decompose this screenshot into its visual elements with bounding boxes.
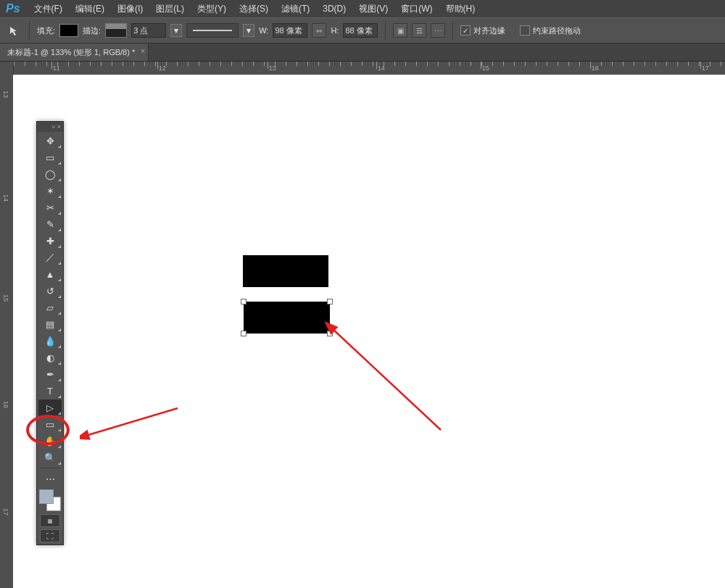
marquee-tool[interactable]: ▭ <box>38 149 62 165</box>
menu-window[interactable]: 窗口(W) <box>394 0 439 17</box>
blur-tool[interactable]: 💧 <box>38 333 62 349</box>
annotation-arrow-left <box>80 401 181 444</box>
checkbox-icon <box>460 25 471 36</box>
menu-image[interactable]: 图像(I) <box>111 0 149 17</box>
edit-toolbar-icon[interactable]: ⋯ <box>38 471 62 486</box>
svg-line-0 <box>86 408 178 436</box>
move-tool[interactable]: ✥ <box>38 133 62 149</box>
healing-tool[interactable]: ✚ <box>38 233 62 249</box>
ruler-tick-label: 16 <box>592 65 599 72</box>
document-tab-bar: 未标题-1 @ 133% (矩形 1, RGB/8) * × <box>0 44 725 62</box>
flyout-indicator-icon <box>58 278 61 281</box>
menu-layer[interactable]: 图层(L) <box>149 0 191 17</box>
gradient-tool[interactable]: ▤ <box>38 316 62 332</box>
type-tool[interactable]: T <box>38 383 62 399</box>
stroke-width-field[interactable]: 3 点 <box>131 23 166 38</box>
flyout-indicator-icon <box>58 145 61 148</box>
width-field[interactable]: 98 像素 <box>273 23 307 38</box>
magic-wand-tool[interactable]: ✶ <box>38 183 62 199</box>
fill-swatch[interactable] <box>59 24 78 37</box>
path-align-icon[interactable]: ▣ <box>393 23 407 38</box>
stroke-style-dropdown[interactable] <box>186 23 239 38</box>
ruler-tick-label: 12 <box>159 65 166 72</box>
separator <box>385 21 386 40</box>
document-tab-title: 未标题-1 @ 133% (矩形 1, RGB/8) * <box>7 47 135 58</box>
dodge-tool[interactable]: ◐ <box>38 349 62 365</box>
pen-tool[interactable]: ✒ <box>38 366 62 382</box>
ruler-corner <box>0 62 14 75</box>
align-edges-checkbox[interactable]: 对齐边缘 <box>460 25 505 36</box>
h-label: H: <box>331 26 339 35</box>
ruler-tick-label: 17 <box>2 508 9 515</box>
flyout-indicator-icon <box>58 195 61 198</box>
active-tool-icon[interactable] <box>6 22 22 38</box>
stamp-tool[interactable]: ▲ <box>38 266 62 282</box>
ruler-tick-label: 11 <box>53 65 60 72</box>
w-label: W: <box>259 26 268 35</box>
ruler-tick-label: 13 <box>2 91 9 98</box>
color-wells[interactable] <box>39 489 61 511</box>
foreground-color-well[interactable] <box>39 489 54 504</box>
zoom-tool[interactable]: 🔍 <box>38 450 62 465</box>
link-wh-icon[interactable]: ⇔ <box>312 23 326 38</box>
menu-type[interactable]: 类型(Y) <box>191 0 233 17</box>
stroke-width-dropdown[interactable]: ▾ <box>170 24 182 37</box>
separator <box>452 21 453 40</box>
brush-tool[interactable]: ／ <box>38 249 62 265</box>
quick-mask-icon[interactable]: ◙ <box>40 514 60 527</box>
separator <box>40 468 60 468</box>
height-field[interactable]: 88 像素 <box>343 23 378 38</box>
flyout-indicator-icon <box>58 462 61 465</box>
menu-edit[interactable]: 编辑(E) <box>69 0 111 17</box>
checkbox-icon <box>520 25 530 36</box>
handle-se[interactable] <box>327 331 333 336</box>
path-select-tool[interactable]: ▷ <box>38 399 62 415</box>
history-brush-tool[interactable]: ↺ <box>38 283 62 299</box>
close-icon[interactable]: × <box>141 46 145 55</box>
path-arrange-icon[interactable]: ☰ <box>412 23 426 38</box>
menu-view[interactable]: 视图(V) <box>352 0 394 17</box>
ruler-tick-label: 15 <box>2 294 9 302</box>
menu-3d[interactable]: 3D(D) <box>316 0 352 17</box>
flyout-indicator-icon <box>58 412 61 415</box>
menu-filter[interactable]: 滤镜(T) <box>275 0 316 17</box>
annotation-arrow-right <box>325 321 448 437</box>
stroke-style-dd-icon[interactable]: ▾ <box>243 24 254 37</box>
handle-ne[interactable] <box>327 299 333 305</box>
ruler-tick-label: 16 <box>2 401 9 408</box>
flyout-indicator-icon <box>58 395 61 398</box>
canvas[interactable] <box>13 75 725 588</box>
flyout-indicator-icon <box>58 262 61 265</box>
constrain-path-checkbox[interactable]: 约束路径拖动 <box>520 25 581 36</box>
crop-tool[interactable]: ✂ <box>38 199 62 215</box>
flyout-indicator-icon <box>58 178 61 181</box>
document-tab[interactable]: 未标题-1 @ 133% (矩形 1, RGB/8) * × <box>0 44 149 61</box>
tools-panel[interactable]: » × ✥▭◯✶✂✎✚／▲↺▱▤💧◐✒T▷▭✋🔍 ⋯ ◙ ⛶ <box>36 121 64 545</box>
flyout-indicator-icon <box>58 162 61 165</box>
eyedropper-tool[interactable]: ✎ <box>38 216 62 232</box>
workspace: 11121314151617 1314151617 » × ✥▭◯✶✂✎✚／▲↺… <box>0 62 725 588</box>
flyout-indicator-icon <box>58 212 61 215</box>
menu-file[interactable]: 文件(F) <box>28 0 69 17</box>
horizontal-ruler: 11121314151617 <box>14 62 725 75</box>
menu-select[interactable]: 选择(S) <box>233 0 275 17</box>
eraser-tool[interactable]: ▱ <box>38 299 62 315</box>
vertical-ruler: 1314151617 <box>0 75 14 588</box>
options-bar: 填充: 描边: 3 点 ▾ ▾ W: 98 像素 ⇔ H: 88 像素 ▣ ☰ … <box>0 17 725 44</box>
path-options-icon[interactable]: ⋯ <box>431 23 445 38</box>
tools-panel-header[interactable]: » × <box>37 122 63 132</box>
constrain-label: 约束路径拖动 <box>533 25 581 36</box>
flyout-indicator-icon <box>58 228 61 231</box>
flyout-indicator-icon <box>58 245 61 248</box>
handle-sw[interactable] <box>241 331 246 336</box>
shape-rectangle-selected[interactable] <box>244 302 330 334</box>
shape-rectangle-copy[interactable] <box>243 255 328 287</box>
stroke-swatch[interactable] <box>105 23 127 38</box>
screen-mode-icon[interactable]: ⛶ <box>40 529 60 542</box>
lasso-tool[interactable]: ◯ <box>38 166 62 182</box>
separator <box>29 21 30 40</box>
ruler-tick-label: 15 <box>482 65 489 72</box>
menu-help[interactable]: 帮助(H) <box>439 0 482 17</box>
flyout-indicator-icon <box>58 345 61 348</box>
handle-nw[interactable] <box>241 299 246 305</box>
